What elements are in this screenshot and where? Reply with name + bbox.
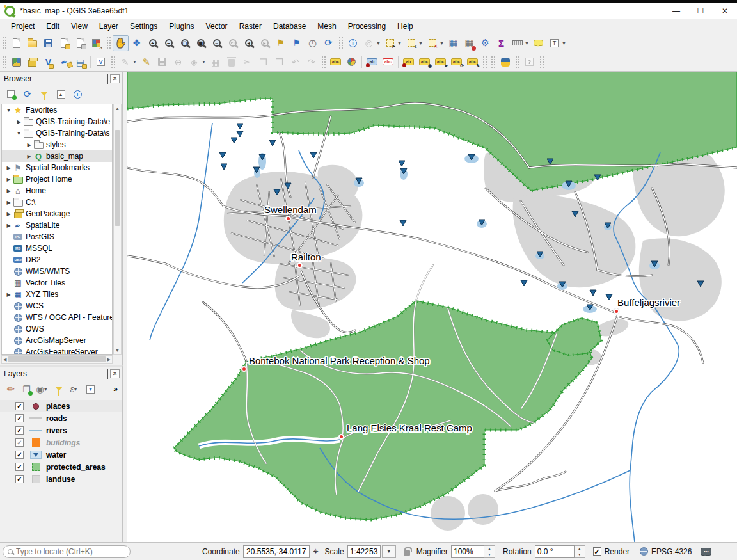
expander-icon[interactable]: ▶	[4, 200, 13, 205]
menu-layer[interactable]: Layer	[93, 20, 124, 33]
browser-item-c-drive[interactable]: ▶ C:\	[2, 196, 112, 208]
pin-labels-icon[interactable]	[364, 54, 380, 70]
rotate-label-icon[interactable]: ⟳	[448, 54, 464, 70]
save-project-icon[interactable]	[40, 35, 56, 51]
new-virtual-layer-icon[interactable]: V	[93, 54, 109, 70]
pan-to-selection-icon[interactable]: ✥	[129, 35, 145, 51]
text-annotation-icon[interactable]: T	[546, 35, 562, 51]
layers-float-button[interactable]	[107, 369, 108, 378]
toolbar-grip[interactable]	[106, 36, 111, 49]
new-memory-layer-icon[interactable]: ▤	[72, 54, 88, 70]
current-edits-icon[interactable]: ✎	[117, 54, 133, 70]
expander-icon[interactable]: ▶	[4, 177, 13, 182]
menu-settings[interactable]: Settings	[124, 20, 163, 33]
crs-status[interactable]: EPSG:4326	[651, 547, 692, 556]
render-checkbox[interactable]: ✓	[593, 547, 601, 556]
scale-dropdown-icon[interactable]: ▼	[382, 545, 396, 558]
browser-item-xyz-tiles[interactable]: ▶ ▦ XYZ Tiles	[2, 289, 112, 300]
save-layer-edits-icon[interactable]	[154, 54, 170, 70]
layout-manager-icon[interactable]	[72, 35, 88, 51]
python-console-icon[interactable]	[497, 54, 513, 70]
filter-browser-icon[interactable]	[37, 87, 51, 101]
expander-icon[interactable]: ▼	[4, 108, 13, 113]
refresh-icon[interactable]: ⟳	[321, 35, 337, 51]
redo-icon[interactable]: ↷	[303, 54, 319, 70]
lock-scale-icon[interactable]	[404, 550, 410, 556]
browser-float-button[interactable]	[107, 74, 108, 83]
paste-features-icon[interactable]: ❒	[271, 54, 287, 70]
menu-edit[interactable]: Edit	[40, 20, 65, 33]
open-layer-styling-icon[interactable]: ✎	[4, 382, 17, 396]
zoom-next-icon[interactable]: ▸	[257, 35, 273, 51]
layer-diagrams-icon[interactable]	[344, 54, 360, 70]
browser-vertical-scrollbar[interactable]: ▲ ▼	[113, 104, 122, 355]
toolbar-grip[interactable]	[491, 56, 495, 68]
menu-mesh[interactable]: Mesh	[312, 20, 342, 33]
menu-view[interactable]: View	[65, 20, 93, 33]
vertex-tool-icon[interactable]: ◈	[186, 54, 202, 70]
refresh-browser-icon[interactable]: ⟳	[20, 87, 35, 101]
layer-checkbox[interactable]: ✓	[15, 475, 24, 483]
add-selected-layers-icon[interactable]	[4, 87, 18, 101]
label-visibility-icon[interactable]: ◉	[416, 54, 432, 70]
open-project-icon[interactable]	[24, 35, 40, 51]
expander-icon[interactable]: ▶	[4, 165, 13, 171]
filter-by-expression-icon[interactable]: ε▼	[68, 382, 81, 396]
new-geopackage-layer-icon[interactable]	[24, 54, 40, 70]
zoom-to-layer-icon[interactable]: ≡	[209, 35, 225, 51]
browser-item-wms[interactable]: WMS/WMTS	[2, 266, 112, 277]
new-spatialite-layer-icon[interactable]: ✒	[56, 54, 72, 70]
pan-map-icon[interactable]: ✋	[113, 35, 129, 51]
browser-horizontal-scrollbar[interactable]: ◀ ▶	[1, 355, 113, 364]
properties-icon[interactable]: i	[70, 87, 84, 101]
toolbar-grip[interactable]	[515, 56, 519, 68]
expander-icon[interactable]: ▼	[15, 131, 23, 136]
add-group-icon[interactable]: ❐	[20, 382, 33, 396]
expander-icon[interactable]: ▶	[25, 142, 33, 148]
menu-project[interactable]: Project	[5, 20, 40, 33]
zoom-out-icon[interactable]: −	[161, 35, 177, 51]
close-button[interactable]: ✕	[713, 3, 737, 19]
scrollbar-thumb[interactable]	[115, 130, 120, 226]
extents-toggle-icon[interactable]: ⌖	[313, 546, 319, 557]
browser-item-training-data-e[interactable]: ▶ QGIS-Training-Data\e	[2, 116, 112, 127]
deselect-all-icon[interactable]: ✕	[424, 35, 440, 51]
temporal-controller-icon[interactable]: ◷	[305, 35, 321, 51]
layer-row-places[interactable]: ✓ places	[0, 400, 122, 412]
layer-checkbox[interactable]: ✓	[15, 463, 24, 471]
modify-attributes-icon[interactable]: ▦	[207, 54, 223, 70]
expander-icon[interactable]: ▶	[15, 119, 23, 125]
layer-checkbox[interactable]: ✓	[15, 402, 24, 410]
toolbar-grip[interactable]	[482, 56, 487, 68]
scroll-right-arrow-icon[interactable]: ▶	[107, 357, 111, 362]
layer-row-buildings[interactable]: ✓ buildings	[0, 436, 122, 449]
locator-box[interactable]	[3, 545, 131, 558]
select-features-icon[interactable]: ➤	[382, 35, 398, 51]
menu-processing[interactable]: Processing	[342, 20, 392, 33]
rotation-input[interactable]	[535, 545, 575, 558]
toggle-editing-icon[interactable]: ✎	[138, 54, 154, 70]
layer-checkbox[interactable]: ✓	[15, 414, 24, 422]
filter-legend-icon[interactable]	[52, 382, 65, 396]
browser-item-geopackage[interactable]: ▶ GeoPackage	[2, 208, 112, 220]
layer-row-water[interactable]: ✓ water	[0, 449, 122, 461]
browser-item-spatial-bookmarks[interactable]: ▶ ⚑ Spatial Bookmarks	[2, 162, 112, 173]
layer-row-landuse[interactable]: ✓ landuse	[0, 473, 122, 485]
undo-icon[interactable]: ↶	[287, 54, 303, 70]
field-calculator-icon[interactable]: ▦	[461, 35, 477, 51]
zoom-last-icon[interactable]: ◂	[241, 35, 257, 51]
rotation-spinner[interactable]: ▲▼	[575, 545, 585, 558]
browser-item-db2[interactable]: DB2 DB2	[2, 254, 112, 266]
toolbar-grip[interactable]	[111, 56, 115, 68]
coordinate-input[interactable]	[243, 545, 310, 558]
magnifier-input[interactable]	[451, 545, 484, 558]
highlight-pinned-labels-icon[interactable]	[380, 54, 396, 70]
browser-item-mssql[interactable]: MS MSSQL	[2, 243, 112, 254]
layer-row-roads[interactable]: ✓ roads	[0, 412, 122, 424]
browser-item-project-home[interactable]: ▶ Project Home	[2, 173, 112, 185]
browser-item-wfs[interactable]: WFS / OGC API - Feature	[2, 312, 112, 323]
zoom-native-icon[interactable]: 1:1	[225, 35, 241, 51]
select-by-expression-icon[interactable]: ε	[403, 35, 419, 51]
browser-item-styles[interactable]: ▶ styles	[2, 139, 112, 150]
menu-database[interactable]: Database	[267, 20, 312, 33]
